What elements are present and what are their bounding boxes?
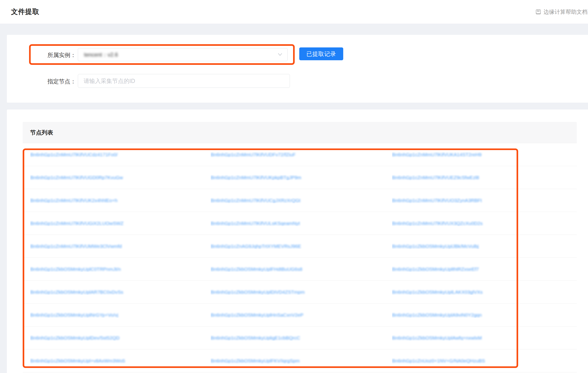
node-id-cell: Bn6nhGp1cZnMmU7lKifVULsKSqeamNyt bbox=[211, 221, 392, 226]
node-id-cell: Bn6nhGp1cZnMmU7lKifVUCgJXRzXrQGt bbox=[211, 198, 392, 203]
node-id-link[interactable]: Bn6nhGp1cZnMmU7lKifVUKA14ST2reH9 bbox=[392, 152, 482, 157]
node-id-link[interactable]: Bn6nhGp1cZkbOSMmkyUplDiVD4ZSTmpm bbox=[211, 289, 305, 295]
node-id-link[interactable]: Bn6nhGp1cZnMmU7lKifVUEZ9cSfwEzl8 bbox=[392, 175, 479, 180]
node-id-cell: Bn6nhGp1cZkbOSMmkyUplFHdtBuUG6s8 bbox=[211, 266, 392, 272]
node-id-link[interactable]: Bn6nhGp1cZkbOSMmkyUplA9viN0Y2gqn bbox=[392, 312, 482, 318]
node-id-cell: Bn6nhGp1cZkbOSMmkyUplA9viN0Y2gqn bbox=[392, 312, 577, 318]
node-id-link[interactable]: Bn6nhGp1cZnMmU7lKifVUCgJXRzXrQGt bbox=[211, 198, 300, 203]
node-id-cell: Bn6nhGp1cZkbOSMmkyUplLAKX03glVXs bbox=[392, 289, 577, 295]
node-id-link[interactable]: Bn6nhGp1cZkbOSMmkyUplthtRZxseEf7 bbox=[392, 266, 479, 272]
node-id-link[interactable]: Bn6nhGp1cZnMmU7lKifVUGiX2LUOwSWZ bbox=[30, 221, 123, 226]
page-title: 文件提取 bbox=[11, 0, 39, 24]
node-id-cell: Bn6nhGp1cZnMmU7lKifVUGiX2LUOwSWZ bbox=[30, 221, 211, 226]
extracted-records-button[interactable]: 已提取记录 bbox=[299, 47, 343, 60]
node-id-link[interactable]: Bn6nhGp1cZnMmU7lKifVUDFv72/fZiuF bbox=[211, 152, 296, 157]
node-id-cell: Bn6nhGp1cZkbOSMmkyUplFKV/iqrgSpm bbox=[211, 358, 392, 364]
table-row: Bn6nhGp1cZnMmU7lKifVUK2x4hhlEo+hBn6nhGp1… bbox=[23, 189, 577, 212]
help-doc-link[interactable]: 边缘计算帮助文档 bbox=[535, 0, 588, 24]
node-id-link[interactable]: Bn6nhGp1cZkbOSMmkyUplAwfq+nxwlxM bbox=[392, 335, 482, 341]
node-id-link[interactable]: Bn6nhGp1cZkbOSMmkyUplFKV/iqrgSpm bbox=[211, 358, 300, 363]
node-id-cell: Bn6nhGp1cZnMmU7lKifVUMWe3ClVwmfd bbox=[30, 244, 211, 249]
node-id-cell: Bn6nhGp1cZnMmU7lKifVUGD0Rp7KvuGw bbox=[30, 175, 211, 180]
node-id-link[interactable]: Bn6nhGp1cZnMmU7lKifVUX3QZcXu0D2s bbox=[392, 221, 483, 226]
node-id-link[interactable]: Bn6nhGp1cZkbOSMmkyUplAR7BC0xDvSs bbox=[30, 289, 123, 295]
top-header-bar: 文件提取 边缘计算帮助文档 bbox=[0, 0, 588, 24]
node-id-cell: Bn6nhGp1cZnUoz0+1NV+G/NA0eQHzuBS bbox=[392, 358, 577, 364]
table-row: Bn6nhGp1cZnMmU7lKifVUMWe3ClVwmfdBn6nhGp1… bbox=[23, 235, 577, 258]
node-id-link[interactable]: Bn6nhGp1cZnMmU7lKifVUGD0Rp7KvuGw bbox=[30, 175, 123, 180]
book-icon bbox=[535, 9, 541, 15]
instance-select[interactable]: tencent：v2.6 bbox=[78, 48, 288, 61]
node-list-header: 节点列表 bbox=[23, 122, 577, 143]
help-doc-label: 边缘计算帮助文档 bbox=[544, 8, 588, 16]
node-id-cell: Bn6nhGp1cZnMmU7lKifVUK2x4hhlEo+h bbox=[30, 198, 211, 203]
node-id-cell: Bn6nhGp1cZnMmU7lKifVUX3QZcXu0D2s bbox=[392, 221, 577, 226]
node-list-table: 节点列表 Bn6nhGp1cZnMmU7lKifVUCdz4171Fo0/Bn6… bbox=[23, 122, 577, 372]
table-row: Bn6nhGp1cZnMmU7lKifVUGiX2LUOwSWZBn6nhGp1… bbox=[23, 212, 577, 235]
node-id-link[interactable]: Bn6nhGp1cZkbOSMmkyUpligE1cbBQrcC bbox=[211, 335, 300, 341]
node-list-rows: Bn6nhGp1cZnMmU7lKifVUCdz4171Fo0/Bn6nhGp1… bbox=[23, 143, 577, 372]
table-row: Bn6nhGp1cZkbOSMmkyUplAR7BC0xDvSsBn6nhGp1… bbox=[23, 281, 577, 304]
node-label: 指定节点： bbox=[26, 78, 76, 85]
node-id-link[interactable]: Bn6nhGp1cZkbOSMmkyUplNrGYp+Vo/vj bbox=[30, 312, 118, 318]
node-id-cell: Bn6nhGp1cZkbOSMmkyUplJBk/McVulbj bbox=[392, 244, 577, 249]
node-id-link[interactable]: Bn6nhGp1cZnUoz0+1NV+G/NA0eQHzuBS bbox=[392, 358, 485, 363]
node-id-link[interactable]: Bn6nhGp1cZkbOSMmkyUplHnSaCxnV2eP bbox=[211, 312, 303, 318]
node-id-cell: Bn6nhGp1cZnMmU7lKifVUDFv72/fZiuF bbox=[211, 152, 392, 157]
instance-label: 所属实例： bbox=[26, 51, 76, 59]
node-id-link[interactable]: Bn6nhGp1cZnMmU7lKifVUK2x4hhlEo+h bbox=[30, 198, 117, 203]
node-id-cell: Bn6nhGp1cZkbOSMmkyUplDiVD4ZSTmpm bbox=[211, 289, 392, 295]
node-id-link[interactable]: Bn6nhGp1cZkbOSMmkyUplJBk/McVulbj bbox=[392, 244, 479, 249]
node-id-input[interactable] bbox=[78, 74, 290, 88]
node-id-cell: Bn6nhGp1cZnMmU7lKifVUEZ9cSfwEzl8 bbox=[392, 175, 577, 180]
node-id-link[interactable]: Bn6nhGp1cZnAG9JqhpTrtXYMEVRsJ96E bbox=[211, 244, 301, 249]
node-id-cell: Bn6nhGp1cZkbOSMmkyUplNrGYp+Vo/vj bbox=[30, 312, 211, 318]
node-id-link[interactable]: Bn6nhGp1cZkbOSMmkyUplLAKX03glVXs bbox=[392, 289, 483, 295]
node-id-link[interactable]: Bn6nhGp1cZnMmU7lKifVULsKSqeamNyt bbox=[211, 221, 300, 226]
table-row: Bn6nhGp1cZnMmU7lKifVUGD0Rp7KvuGwBn6nhGp1… bbox=[23, 166, 577, 189]
node-id-cell: Bn6nhGp1cZnMmU7lKifVUKpkpBTgJP9m bbox=[211, 175, 392, 180]
instance-select-value: tencent：v2.6 bbox=[84, 51, 118, 58]
node-id-link[interactable]: Bn6nhGp1cZnMmU7lKifVUO3ZynA3RBFt bbox=[392, 198, 482, 203]
node-id-link[interactable]: Bn6nhGp1cZnMmU7lKifVUKpkpBTgJP9m bbox=[211, 175, 301, 180]
node-id-cell: Bn6nhGp1cZkbOSMmkyUplAwfq+nxwlxM bbox=[392, 335, 577, 341]
table-row: Bn6nhGp1cZkbOSMmkyUplDev/5st52QDBn6nhGp1… bbox=[23, 327, 577, 349]
table-row: Bn6nhGp1cZkbOSMmkyUplNrGYp+Vo/vjBn6nhGp1… bbox=[23, 304, 577, 327]
node-list-title: 节点列表 bbox=[30, 129, 53, 136]
node-id-link[interactable]: Bn6nhGp1cZkbOSMmkyUplDev/5st52QD bbox=[30, 335, 119, 341]
node-id-link[interactable]: Bn6nhGp1cZnMmU7lKifVUCdz4171Fo0/ bbox=[30, 152, 118, 157]
node-list-card: 节点列表 Bn6nhGp1cZnMmU7lKifVUCdz4171Fo0/Bn6… bbox=[7, 109, 588, 373]
node-id-link[interactable]: Bn6nhGp1cZkbOSMmkyUpl+v8AxWm3Wo5 bbox=[30, 358, 125, 363]
table-row: Bn6nhGp1cZnMmU7lKifVUCdz4171Fo0/Bn6nhGp1… bbox=[23, 143, 577, 166]
node-id-cell: Bn6nhGp1cZnAG9JqhpTrtXYMEVRsJ96E bbox=[211, 244, 392, 249]
extract-form-card: 所属实例： tencent：v2.6 已提取记录 指定节点： bbox=[7, 35, 588, 103]
node-id-link[interactable]: Bn6nhGp1cZkbOSMmkyUplC0TRPnmJt/n bbox=[30, 266, 121, 272]
chevron-down-icon bbox=[278, 53, 282, 57]
node-id-cell: Bn6nhGp1cZnMmU7lKifVUKA14ST2reH9 bbox=[392, 152, 577, 157]
node-id-cell: Bn6nhGp1cZkbOSMmkyUplC0TRPnmJt/n bbox=[30, 266, 211, 272]
node-id-cell: Bn6nhGp1cZnMmU7lKifVUCdz4171Fo0/ bbox=[30, 152, 211, 157]
node-id-link[interactable]: Bn6nhGp1cZkbOSMmkyUplFHdtBuUG6s8 bbox=[211, 266, 302, 272]
table-row: Bn6nhGp1cZkbOSMmkyUpl+v8AxWm3Wo5Bn6nhGp1… bbox=[23, 349, 577, 372]
node-id-cell: Bn6nhGp1cZkbOSMmkyUpligE1cbBQrcC bbox=[211, 335, 392, 341]
node-id-cell: Bn6nhGp1cZkbOSMmkyUplAR7BC0xDvSs bbox=[30, 289, 211, 295]
node-id-link[interactable]: Bn6nhGp1cZnMmU7lKifVUMWe3ClVwmfd bbox=[30, 244, 122, 249]
node-id-cell: Bn6nhGp1cZkbOSMmkyUpl+v8AxWm3Wo5 bbox=[30, 358, 211, 364]
node-id-cell: Bn6nhGp1cZkbOSMmkyUplthtRZxseEf7 bbox=[392, 266, 577, 272]
node-id-cell: Bn6nhGp1cZkbOSMmkyUplHnSaCxnV2eP bbox=[211, 312, 392, 318]
table-row: Bn6nhGp1cZkbOSMmkyUplC0TRPnmJt/nBn6nhGp1… bbox=[23, 258, 577, 281]
node-id-cell: Bn6nhGp1cZnMmU7lKifVUO3ZynA3RBFt bbox=[392, 198, 577, 203]
node-id-cell: Bn6nhGp1cZkbOSMmkyUplDev/5st52QD bbox=[30, 335, 211, 341]
